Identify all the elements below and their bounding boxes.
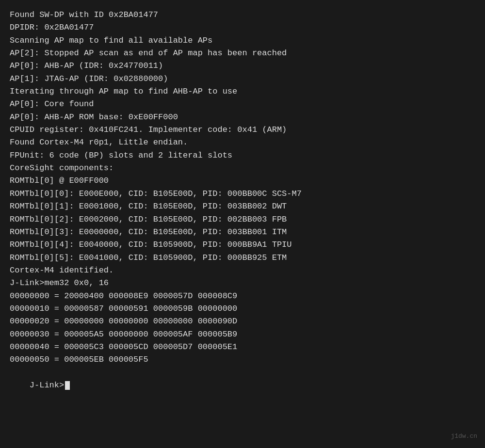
terminal-line: 00000040 = 000005C3 000005CD 000005D7 00… [10,341,475,353]
terminal-line: ROMTbl[0] @ E00FF000 [10,175,475,187]
terminal-line: J-Link>mem32 0x0, 16 [10,277,475,289]
terminal-line: AP[0]: Core found [10,98,475,111]
terminal-line: FPUnit: 6 code (BP) slots and 2 literal … [10,149,475,162]
terminal-line: CPUID register: 0x410FC241. Implementer … [10,124,475,136]
terminal-output: Found SW-DP with ID 0x2BA01477DPIDR: 0x2… [10,9,475,367]
cursor [65,381,70,390]
terminal-line: Cortex-M4 identified. [10,264,475,277]
terminal-line: Scanning AP map to find all available AP… [10,34,475,47]
terminal-window: Found SW-DP with ID 0x2BA01477DPIDR: 0x2… [0,0,485,448]
terminal-line: AP[1]: JTAG-AP (IDR: 0x02880000) [10,73,475,85]
terminal-prompt: J-Link> [30,381,64,390]
terminal-line: Found Cortex-M4 r0p1, Little endian. [10,136,475,149]
terminal-line: ROMTbl[0][2]: E0002000, CID: B105E00D, P… [10,213,475,226]
terminal-line: 00000010 = 00000587 00000591 0000059B 00… [10,303,475,315]
terminal-line: Found SW-DP with ID 0x2BA01477 [10,9,475,21]
terminal-line: AP[2]: Stopped AP scan as end of AP map … [10,47,475,60]
terminal-line: 00000000 = 20000400 000008E9 0000057D 00… [10,290,475,303]
terminal-line: 00000030 = 000005A5 00000000 000005AF 00… [10,328,475,341]
terminal-line: ROMTbl[0][4]: E0040000, CID: B105900D, P… [10,239,475,251]
terminal-prompt-line: J-Link> [10,367,475,405]
terminal-line: AP[0]: AHB-AP (IDR: 0x24770011) [10,60,475,72]
terminal-line: CoreSight components: [10,162,475,175]
terminal-line: Iterating through AP map to find AHB-AP … [10,85,475,98]
terminal-line: ROMTbl[0][1]: E0001000, CID: B105E00D, P… [10,200,475,213]
terminal-line: AP[0]: AHB-AP ROM base: 0xE00FF000 [10,111,475,124]
terminal-line: ROMTbl[0][3]: E0000000, CID: B105E00D, P… [10,226,475,239]
terminal-line: ROMTbl[0][5]: E0041000, CID: B105900D, P… [10,252,475,264]
terminal-line: 00000050 = 000005EB 000005F5 [10,353,475,366]
terminal-line: DPIDR: 0x2BA01477 [10,21,475,34]
terminal-line: ROMTbl[0][0]: E000E000, CID: B105E00D, P… [10,188,475,200]
watermark: j1dw.cn [451,432,477,441]
terminal-line: 00000020 = 00000000 00000000 00000000 00… [10,315,475,328]
